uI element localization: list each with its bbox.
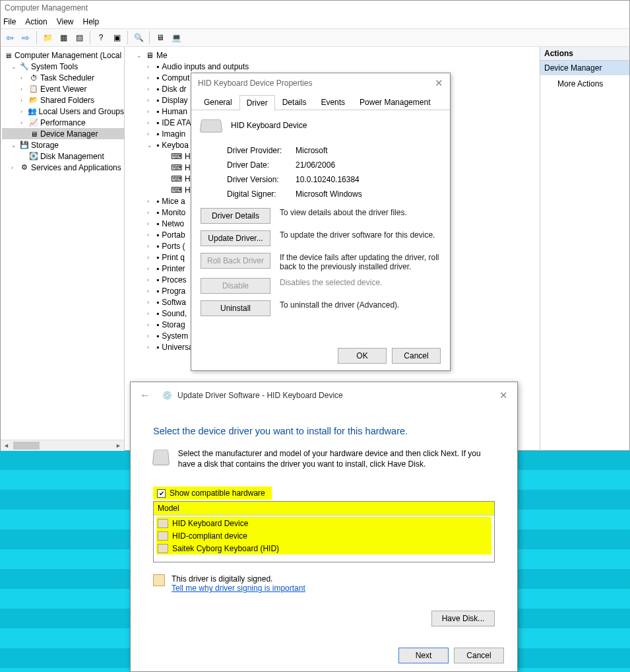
signed-text: This driver is digitally signed.	[172, 574, 305, 584]
separator	[149, 31, 150, 44]
checkbox-icon[interactable]: ✔	[157, 489, 166, 498]
tree-disk-management[interactable]: 💽Disk Management	[2, 151, 124, 162]
model-list-item[interactable]: Saitek Cyborg Keyboard (HID)	[156, 542, 491, 554]
ok-button[interactable]: OK	[338, 348, 387, 364]
folder-icon[interactable]: 📁	[41, 31, 54, 44]
actions-selected[interactable]: Device Manager	[540, 61, 629, 75]
certificate-icon	[153, 574, 165, 586]
props-icon[interactable]: ▣	[110, 31, 123, 44]
driver-details-desc: To view details about the driver files.	[280, 208, 441, 217]
uninstall-button[interactable]: Uninstall	[201, 300, 270, 316]
wizard-heading: Select the device driver you want to ins…	[153, 426, 495, 436]
back-button[interactable]: ⇦	[3, 31, 16, 44]
wizard-cancel-button[interactable]: Cancel	[454, 648, 504, 663]
tree-storage[interactable]: ⌄💾Storage	[2, 139, 124, 151]
driver-icon	[158, 544, 168, 553]
show-compatible-label: Show compatible hardware	[170, 488, 265, 498]
list-icon[interactable]: ▤	[73, 31, 86, 44]
actions-pane: Actions Device Manager More Actions	[540, 47, 629, 451]
device-root[interactable]: ⌄🖥Me	[129, 50, 540, 61]
disk-icon: 💿	[162, 391, 172, 400]
wizard-title: Update Driver Software - HID Keyboard De…	[177, 391, 343, 400]
update-driver-button[interactable]: Update Driver...	[201, 230, 270, 246]
show-compatible-checkbox[interactable]: ✔ Show compatible hardware	[154, 487, 268, 499]
actions-header: Actions	[540, 47, 629, 61]
tab-events[interactable]: Events	[313, 94, 352, 110]
tree-services-apps[interactable]: ›⚙Services and Applications	[2, 162, 124, 173]
actions-more[interactable]: More Actions	[540, 75, 629, 92]
window-title: Computer Management	[5, 3, 88, 13]
tab-general[interactable]: General	[197, 94, 239, 110]
model-list-item[interactable]: HID-compliant device	[156, 529, 491, 542]
scrollbar-horizontal[interactable]: ◄►	[1, 440, 124, 451]
model-listbox[interactable]: Model HID Keyboard DeviceHID-compliant d…	[153, 501, 495, 562]
provider-label: Driver Provider:	[227, 146, 296, 155]
view-icon[interactable]: ▦	[57, 31, 70, 44]
forward-button[interactable]: ⇨	[19, 31, 32, 44]
wizard-instruction: Select the manufacturer and model of you…	[178, 448, 495, 469]
disable-button: Disable	[201, 278, 270, 294]
uninstall-desc: To uninstall the driver (Advanced).	[280, 300, 441, 310]
next-button[interactable]: Next	[398, 648, 449, 663]
device-properties-dialog: HID Keyboard Device Properties ✕ General…	[191, 73, 451, 371]
dialog-title: HID Keyboard Device Properties	[198, 79, 312, 88]
left-tree-pane[interactable]: 🖥Computer Management (Local ⌄🔧System Too…	[1, 47, 125, 451]
driver-icon	[158, 519, 168, 528]
model-header: Model	[154, 502, 494, 516]
monitor-icon[interactable]: 🖥	[154, 31, 167, 44]
driver-icon	[158, 531, 168, 541]
separator	[127, 31, 128, 44]
window-titlebar: Computer Management	[1, 1, 629, 15]
close-icon[interactable]: ✕	[499, 389, 508, 401]
menubar[interactable]: File Action View Help	[1, 15, 629, 28]
tree-shared-folders[interactable]: ›📂Shared Folders	[2, 94, 124, 106]
update-driver-wizard: ← 💿 Update Driver Software - HID Keyboar…	[130, 382, 518, 672]
menu-action[interactable]: Action	[25, 17, 47, 26]
back-arrow-icon[interactable]: ←	[140, 389, 150, 401]
provider-value: Microsoft	[296, 146, 328, 155]
tree-root[interactable]: 🖥Computer Management (Local	[2, 50, 124, 61]
tab-driver[interactable]: Driver	[239, 95, 275, 110]
cancel-button[interactable]: Cancel	[392, 348, 441, 364]
menu-help[interactable]: Help	[83, 17, 100, 26]
close-icon[interactable]: ✕	[435, 77, 443, 89]
menu-file[interactable]: File	[3, 17, 16, 26]
scan-icon[interactable]: 🔍	[132, 31, 145, 44]
driver-details-button[interactable]: Driver Details	[201, 208, 270, 224]
rollback-driver-desc: If the device fails after updating the d…	[280, 253, 441, 271]
update-driver-desc: To update the driver software for this d…	[280, 230, 441, 240]
tree-device-manager[interactable]: 🖥Device Manager	[2, 128, 124, 139]
tree-local-users[interactable]: ›👥Local Users and Groups	[2, 106, 124, 117]
disable-desc: Disables the selected device.	[280, 278, 441, 287]
help-icon[interactable]: ?	[94, 31, 108, 44]
tab-strip: General Driver Details Events Power Mana…	[191, 94, 450, 110]
toolbar: ⇦ ⇨ 📁 ▦ ▤ ? ▣ 🔍 🖥 💻	[1, 28, 629, 47]
separator	[90, 31, 90, 44]
keyboard-icon	[152, 450, 170, 465]
tree-performance[interactable]: ›📈Performance	[2, 117, 124, 128]
version-value: 10.0.10240.16384	[296, 175, 360, 184]
model-list-item[interactable]: HID Keyboard Device	[156, 517, 491, 529]
tree-event-viewer[interactable]: ›📋Event Viewer	[2, 83, 124, 94]
tree-task-scheduler[interactable]: ›⏱Task Scheduler	[2, 72, 124, 83]
keyboard-icon	[200, 119, 223, 133]
have-disk-button[interactable]: Have Disk...	[431, 611, 495, 626]
separator	[36, 31, 37, 44]
date-label: Driver Date:	[227, 160, 296, 170]
tab-power[interactable]: Power Management	[352, 94, 437, 110]
rollback-driver-button: Roll Back Driver	[201, 253, 270, 269]
signer-label: Digital Signer:	[227, 189, 296, 199]
signer-value: Microsoft Windows	[296, 189, 362, 199]
version-label: Driver Version:	[227, 175, 296, 184]
menu-view[interactable]: View	[57, 17, 74, 26]
device-icon[interactable]: 💻	[170, 31, 183, 44]
device-name: HID Keyboard Device	[231, 121, 307, 130]
signing-info-link[interactable]: Tell me why driver signing is important	[172, 584, 305, 593]
date-value: 21/06/2006	[296, 160, 335, 170]
device-tree-item[interactable]: ›▪Audio inputs and outputs	[129, 61, 540, 72]
tree-system-tools[interactable]: ⌄🔧System Tools	[2, 61, 124, 72]
tab-details[interactable]: Details	[275, 94, 314, 110]
